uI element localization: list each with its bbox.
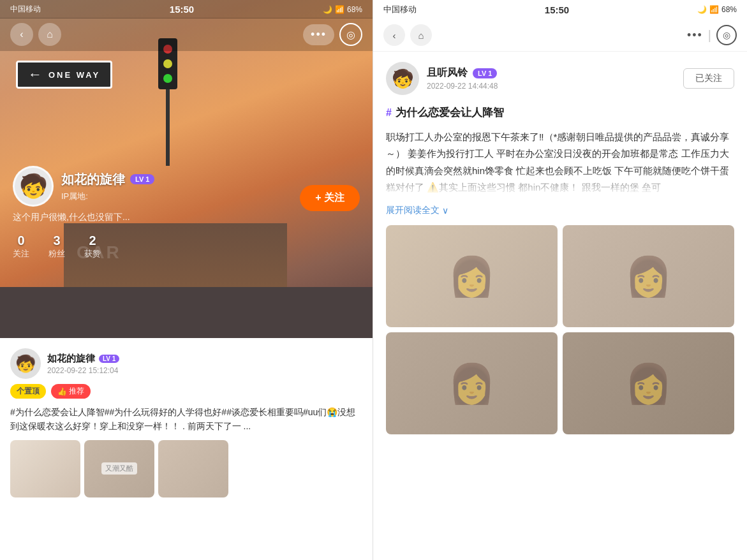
post-image-3: [158, 440, 228, 497]
likes-count: 2: [84, 233, 101, 248]
person-icon-3: 👩: [386, 332, 558, 434]
stat-followers: 3 粉丝: [48, 233, 65, 260]
article-image-3: 👩: [386, 332, 558, 434]
profile-username: 如花的旋律: [61, 171, 125, 188]
post-header: 🧒 如花的旋律 LV 1 2022-09-22 15:12:04: [10, 348, 362, 379]
left-panel: CAR ← ONE WAY 中国移动 15:50 🌙 📶 68% ‹: [0, 0, 373, 560]
right-battery-icon: 68%: [721, 5, 737, 14]
right-level-badge: LV 1: [473, 68, 497, 78]
profile-section: 🧒 如花的旋律 LV 1 IP属地: 这个用户很懒,什么也没留下... 0 关注…: [0, 166, 373, 260]
right-status-bar: 中国移动 15:50 🌙 📶 68%: [373, 0, 747, 19]
follow-button[interactable]: + 关注: [300, 185, 360, 211]
avatar-face: 🧒: [19, 173, 48, 200]
right-author-info: 且听风铃 LV 1 2022-09-22 14:44:48: [427, 66, 676, 91]
right-author-avatar: 🧒: [386, 62, 419, 95]
right-moon-icon: 🌙: [697, 5, 707, 14]
right-nav-right: ••• | ◎: [687, 25, 737, 45]
right-back-button[interactable]: ‹: [383, 24, 405, 46]
thumb-icon: 👍: [57, 387, 67, 396]
followed-button[interactable]: 已关注: [683, 68, 734, 89]
right-author-name: 且听风铃 LV 1: [427, 66, 676, 80]
article-title-row: # 为什么恋爱会让人降智: [386, 105, 734, 120]
right-home-button[interactable]: ⌂: [410, 24, 432, 46]
article-fade: [386, 170, 734, 196]
followers-label: 粉丝: [48, 248, 65, 260]
right-panel: 中国移动 15:50 🌙 📶 68% ‹ ⌂ ••• | ◎: [373, 0, 747, 560]
followers-count: 3: [48, 233, 65, 248]
person-icon-1: 👩: [386, 225, 558, 327]
img-label: 又潮又酷: [101, 462, 137, 475]
right-target-button[interactable]: ◎: [716, 25, 737, 45]
post-time: 2022-09-22 15:12:04: [47, 366, 119, 375]
moon-icon: 🌙: [323, 5, 332, 14]
article-image-2: 👩: [563, 225, 734, 327]
right-content: 🧒 且听风铃 LV 1 2022-09-22 14:44:48 已关注 # 为什…: [373, 52, 747, 558]
one-way-sign: ← ONE WAY: [16, 61, 112, 89]
back-icon: ‹: [20, 29, 23, 40]
right-author-time: 2022-09-22 14:44:48: [427, 82, 676, 91]
hashtag-icon: #: [386, 107, 392, 119]
right-target-icon: ◎: [723, 30, 730, 40]
tl-yellow: [163, 59, 172, 68]
left-nav-left: ‹ ⌂: [10, 23, 61, 46]
right-nav-divider: |: [708, 28, 711, 43]
img-placeholder-2: 又潮又酷: [84, 440, 154, 497]
person-icon-2: 👩: [563, 225, 734, 327]
post-image-2: 又潮又酷: [84, 440, 154, 497]
right-nav-left: ‹ ⌂: [383, 24, 432, 46]
right-nav-bar: ‹ ⌂ ••• | ◎: [373, 19, 747, 52]
post-level-badge: LV 1: [99, 355, 119, 363]
following-count: 0: [13, 233, 29, 248]
left-target-button[interactable]: ◎: [339, 23, 362, 46]
post-images: 又潮又酷: [10, 440, 362, 497]
article-body: 职场打工人办公室的报恩下午茶来了‼️（*感谢朝日唯品提供的产品品尝，真诚分享～）…: [386, 129, 734, 196]
post-avatar: 🧒: [10, 348, 41, 379]
likes-label: 获赞: [84, 248, 101, 260]
stat-following: 0 关注: [13, 233, 29, 260]
img-placeholder-3: [158, 440, 228, 497]
recommend-badge: 👍 推荐: [51, 384, 91, 399]
post-username: 如花的旋律 LV 1: [47, 353, 119, 365]
left-level-badge: LV 1: [130, 174, 154, 184]
expand-button[interactable]: 展开阅读全文 ∨: [386, 205, 734, 216]
right-signal-icon: 📶: [709, 5, 719, 14]
right-home-icon: ⌂: [418, 30, 424, 41]
right-author-row: 🧒 且听风铃 LV 1 2022-09-22 14:44:48 已关注: [386, 62, 734, 95]
home-icon: ⌂: [47, 29, 53, 40]
battery-icon: 68%: [347, 5, 362, 14]
right-more-button[interactable]: •••: [687, 29, 703, 42]
post-content: #为什么恋爱会让人降智##为什么玩得好的人学得也好##谈恋爱长相重要吗#uu们😭…: [10, 405, 362, 434]
left-more-button[interactable]: •••: [303, 24, 334, 45]
article-image-4: 👩: [563, 332, 734, 434]
person-icon-4: 👩: [563, 332, 734, 434]
stat-likes: 2 获赞: [84, 233, 101, 260]
right-time: 15:50: [545, 4, 569, 15]
left-home-button[interactable]: ⌂: [38, 23, 61, 46]
road: [0, 287, 373, 338]
article-images: 👩 👩 👩 👩: [386, 225, 734, 434]
profile-bio: 这个用户很懒,什么也没留下...: [13, 212, 360, 223]
right-carrier: 中国移动: [383, 4, 417, 15]
right-status-icons: 🌙 📶 68%: [697, 5, 737, 14]
left-nav-bar: ‹ ⌂ ••• ◎: [0, 18, 373, 51]
right-back-icon: ‹: [393, 30, 396, 41]
left-status-bar: 中国移动 15:50 🌙 📶 68%: [0, 0, 373, 18]
left-carrier: 中国移动: [10, 4, 41, 15]
more-icon: •••: [311, 28, 327, 41]
left-nav-right: ••• ◎: [303, 23, 362, 46]
post-card: 🧒 如花的旋律 LV 1 2022-09-22 15:12:04 个置顶 👍 推…: [0, 338, 373, 560]
left-time: 15:50: [170, 4, 194, 15]
signal-icon: 📶: [335, 5, 344, 14]
left-status-icons: 🌙 📶 68%: [323, 5, 362, 14]
badge-row: 个置顶 👍 推荐: [10, 384, 362, 399]
following-label: 关注: [13, 248, 29, 260]
target-icon: ◎: [346, 29, 355, 41]
post-meta: 如花的旋律 LV 1 2022-09-22 15:12:04: [47, 353, 119, 375]
article-image-1: 👩: [386, 225, 558, 327]
stats-row: 0 关注 3 粉丝 2 获赞: [13, 233, 360, 260]
article-title: 为什么恋爱会让人降智: [396, 105, 504, 120]
post-image-1: [10, 440, 80, 497]
left-back-button[interactable]: ‹: [10, 23, 33, 46]
tl-green: [163, 74, 172, 83]
avatar: 🧒: [13, 166, 54, 207]
